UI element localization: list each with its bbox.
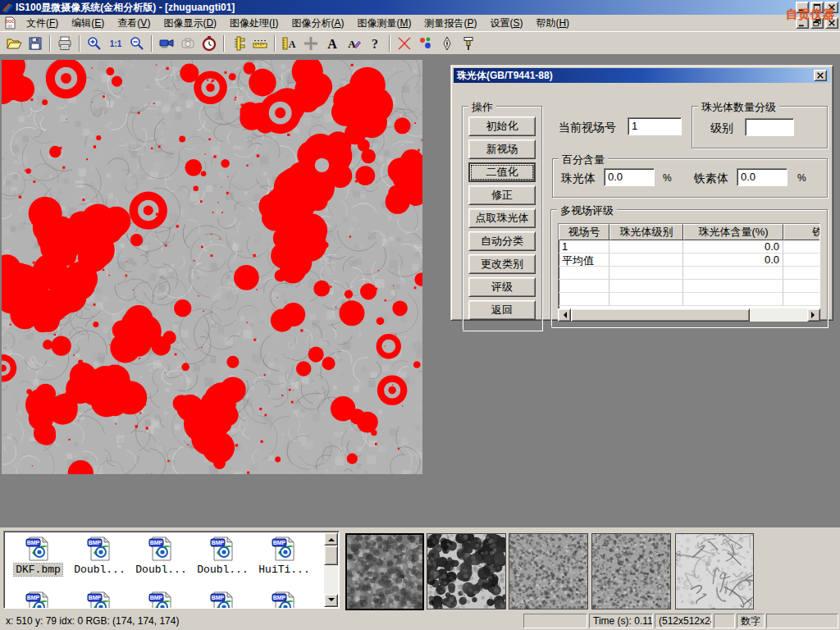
- menu-m[interactable]: 图像测量(M): [350, 15, 418, 32]
- ruler-horizontal-button[interactable]: [249, 34, 271, 53]
- column-header-2[interactable]: 珠光体级别: [609, 224, 683, 240]
- dialog-title-bar[interactable]: 珠光体(GB/T9441-88): [454, 68, 830, 83]
- particle-analysis-button[interactable]: [415, 34, 436, 53]
- still-camera-button[interactable]: [177, 34, 199, 53]
- table-cell: [559, 280, 609, 293]
- preview-thumbnail-2[interactable]: [427, 533, 506, 609]
- svg-text:A: A: [289, 39, 296, 50]
- table-row-2[interactable]: 平均值0.0: [559, 253, 820, 267]
- file-item-clipped[interactable]: BMP: [130, 591, 192, 609]
- current-field-input[interactable]: 1: [628, 117, 682, 135]
- op-button-7[interactable]: 更改类别: [468, 254, 536, 274]
- table-row-4[interactable]: [559, 280, 820, 293]
- bmp-file-icon: BMP: [271, 536, 299, 562]
- zoom-out-icon: [129, 35, 145, 52]
- print-button[interactable]: [54, 34, 75, 53]
- scroll-thumb[interactable]: [571, 308, 750, 322]
- file-item-4[interactable]: BMPDoubl...: [192, 536, 253, 576]
- file-scroll-thumb[interactable]: [324, 546, 338, 565]
- menu-d[interactable]: 图像显示(D): [157, 15, 223, 32]
- file-item-1[interactable]: BMPDKF.bmp: [7, 536, 69, 576]
- preview-thumbnail-5[interactable]: [675, 533, 754, 609]
- op-button-5[interactable]: 点取珠光体: [468, 208, 536, 228]
- curve-measure-button[interactable]: [394, 34, 415, 53]
- scroll-up-button[interactable]: [324, 532, 338, 546]
- column-header-3[interactable]: 珠光体含量(%): [683, 224, 783, 240]
- file-item-3[interactable]: BMPDoubl...: [130, 536, 192, 576]
- op-button-2[interactable]: 新视场: [468, 139, 536, 159]
- ferrite-percent-input[interactable]: 0.0: [737, 168, 788, 186]
- scroll-left-button[interactable]: [558, 308, 571, 322]
- measure-text-button[interactable]: A: [279, 34, 300, 53]
- op-button-3[interactable]: 二值化: [468, 162, 536, 182]
- window-close-button[interactable]: [825, 2, 838, 13]
- file-item-clipped[interactable]: BMP: [253, 591, 315, 609]
- child-window-minimize-button[interactable]: [796, 17, 809, 29]
- text-annotate-button[interactable]: A: [322, 34, 343, 53]
- op-button-8[interactable]: 评级: [468, 277, 536, 297]
- save-button[interactable]: [25, 34, 46, 53]
- op-button-9[interactable]: 返回: [468, 300, 536, 320]
- op-button-4[interactable]: 修正: [468, 185, 536, 205]
- menu-f[interactable]: 文件(F): [20, 15, 65, 32]
- zoom-out-button[interactable]: [126, 34, 148, 53]
- preview-thumbnail-4[interactable]: [591, 533, 671, 609]
- caliper-vertical-button[interactable]: [228, 34, 249, 53]
- arrow-up-icon: [328, 535, 335, 541]
- scroll-down-button[interactable]: [324, 594, 338, 607]
- toolbar-separator: [223, 35, 225, 52]
- preview-thumbnail-3[interactable]: [509, 533, 588, 609]
- window-minimize-button[interactable]: [796, 2, 809, 13]
- file-item-5[interactable]: BMPHuiTi...: [253, 536, 315, 576]
- image-size-status: (512x512x24): [655, 614, 712, 628]
- minimize-icon: [797, 19, 807, 27]
- text-style-button[interactable]: A: [343, 34, 364, 53]
- zoom-in-button[interactable]: [84, 34, 105, 53]
- metallographic-image[interactable]: [2, 60, 422, 474]
- timer-button[interactable]: [199, 34, 220, 53]
- menu-p[interactable]: 测量报告(P): [418, 15, 483, 32]
- menu-a[interactable]: 图像分析(A): [285, 15, 350, 32]
- table-row-5[interactable]: [559, 293, 820, 306]
- menu-e[interactable]: 编辑(E): [65, 15, 111, 32]
- svg-text:BMP: BMP: [88, 595, 101, 600]
- op-button-6[interactable]: 自动分类: [468, 231, 536, 251]
- brush-button[interactable]: [458, 34, 479, 53]
- op-button-1[interactable]: 初始化: [468, 116, 536, 136]
- file-item-clipped[interactable]: BMP: [192, 591, 253, 609]
- pen-button[interactable]: [436, 34, 458, 53]
- toolbar-separator: [389, 35, 390, 52]
- column-header-1[interactable]: 视场号: [559, 224, 609, 240]
- scroll-right-button[interactable]: [807, 308, 820, 322]
- open-file-button[interactable]: [3, 34, 25, 53]
- help-button[interactable]: ?: [364, 34, 386, 53]
- table-cell: [609, 253, 683, 267]
- window-maximize-button[interactable]: [810, 2, 824, 13]
- move-cross-button[interactable]: [300, 34, 322, 53]
- rating-table[interactable]: 视场号珠光体级别珠光体含量(%)铁素体含量(%) 10.0平均值0.0: [558, 223, 820, 320]
- file-item-clipped[interactable]: BMP: [69, 591, 130, 609]
- table-row-3[interactable]: [559, 267, 820, 280]
- table-h-scrollbar[interactable]: [558, 308, 820, 322]
- menu-s[interactable]: 设置(S): [483, 15, 529, 32]
- child-window-close-button[interactable]: [825, 17, 838, 29]
- video-camera-button[interactable]: [156, 34, 177, 53]
- child-window-restore-button[interactable]: [810, 17, 824, 29]
- file-item-2[interactable]: BMPDoubl...: [69, 536, 130, 576]
- file-item-clipped[interactable]: BMP: [7, 591, 69, 609]
- table-row-1[interactable]: 10.0: [559, 240, 820, 253]
- pearlite-percent-input[interactable]: 0.0: [604, 168, 655, 186]
- menu-v[interactable]: 查看(V): [111, 15, 157, 32]
- svg-text:BMP: BMP: [88, 540, 101, 546]
- svg-text:BMP: BMP: [26, 595, 39, 600]
- file-v-scrollbar[interactable]: [324, 532, 338, 607]
- bmp-file-icon: BMP: [25, 536, 52, 562]
- menu-h[interactable]: 帮助(H): [529, 15, 576, 32]
- grade-input[interactable]: [745, 118, 794, 136]
- column-header-4[interactable]: 铁素体含量(%): [783, 224, 820, 240]
- preview-thumbnail-1[interactable]: [345, 533, 424, 610]
- dialog-close-button[interactable]: [814, 70, 827, 81]
- menu-i[interactable]: 图像处理(I): [223, 15, 285, 32]
- file-name: Doubl...: [72, 564, 126, 576]
- actual-size-button[interactable]: 1:1: [105, 34, 126, 53]
